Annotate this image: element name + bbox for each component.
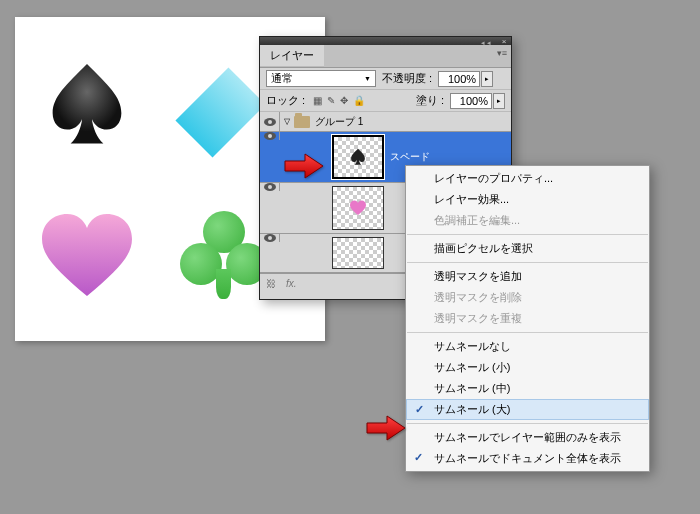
- visibility-eye-icon[interactable]: [264, 118, 276, 126]
- lock-label: ロック :: [266, 93, 305, 108]
- menu-add-mask[interactable]: 透明マスクを追加: [406, 266, 649, 287]
- menu-thumb-document[interactable]: ✓ サムネールでドキュメント全体を表示: [406, 448, 649, 469]
- lock-fill-row: ロック : ▦ ✎ ✥ 🔒 塗り : 100% ▸: [260, 90, 511, 112]
- fill-flyout-button[interactable]: ▸: [493, 93, 505, 109]
- fx-icon[interactable]: fx.: [286, 278, 297, 289]
- check-icon: ✓: [414, 451, 423, 464]
- panel-menu-icon[interactable]: ▾≡: [497, 48, 507, 58]
- blend-opacity-row: 通常 ▼ 不透明度 : 100% ▸: [260, 68, 511, 90]
- menu-separator: [407, 332, 648, 333]
- lock-paint-icon[interactable]: ✎: [327, 95, 335, 106]
- layer-thumbnail[interactable]: [332, 135, 384, 179]
- fill-input[interactable]: 100%: [450, 93, 492, 109]
- lock-position-icon[interactable]: ✥: [340, 95, 348, 106]
- close-icon[interactable]: ×: [499, 37, 509, 45]
- menu-duplicate-mask: 透明マスクを重複: [406, 308, 649, 329]
- layers-tab[interactable]: レイヤー: [260, 45, 324, 67]
- chevron-down-icon: ▼: [364, 75, 371, 82]
- folder-icon: [294, 116, 310, 128]
- layer-name: スペード: [390, 150, 430, 164]
- menu-thumb-large[interactable]: ✓ サムネール (大): [406, 399, 649, 420]
- menu-select-pixels[interactable]: 描画ピクセルを選択: [406, 238, 649, 259]
- opacity-input[interactable]: 100%: [438, 71, 480, 87]
- menu-thumb-small[interactable]: サムネール (小): [406, 357, 649, 378]
- group-name: グループ 1: [315, 115, 363, 129]
- context-menu: レイヤーのプロパティ... レイヤー効果... 色調補正を編集... 描画ピクセ…: [405, 165, 650, 472]
- heart-artwork: [27, 189, 147, 324]
- link-layers-icon[interactable]: ⛓: [266, 278, 276, 289]
- visibility-eye-icon[interactable]: [264, 183, 276, 191]
- opacity-flyout-button[interactable]: ▸: [481, 71, 493, 87]
- blend-mode-select[interactable]: 通常 ▼: [266, 70, 376, 87]
- layer-thumbnail[interactable]: [332, 186, 384, 230]
- layer-thumbnail[interactable]: [332, 237, 384, 269]
- menu-thumb-none[interactable]: サムネールなし: [406, 336, 649, 357]
- visibility-eye-icon[interactable]: [264, 132, 276, 140]
- menu-thumb-layer-bounds[interactable]: サムネールでレイヤー範囲のみを表示: [406, 427, 649, 448]
- menu-delete-mask: 透明マスクを削除: [406, 287, 649, 308]
- menu-thumb-medium[interactable]: サムネール (中): [406, 378, 649, 399]
- menu-separator: [407, 423, 648, 424]
- check-icon: ✓: [415, 403, 424, 416]
- blend-mode-value: 通常: [271, 71, 293, 86]
- annotation-arrow: [283, 152, 325, 182]
- opacity-label: 不透明度 :: [382, 71, 432, 86]
- annotation-arrow: [365, 414, 407, 444]
- spade-artwork: [27, 37, 147, 172]
- lock-all-icon[interactable]: 🔒: [353, 95, 365, 106]
- fill-label: 塗り :: [416, 93, 444, 108]
- group-disclosure-icon[interactable]: ▽: [284, 117, 290, 126]
- lock-transparency-icon[interactable]: ▦: [313, 95, 322, 106]
- menu-separator: [407, 262, 648, 263]
- layer-group-row[interactable]: ▽ グループ 1: [260, 112, 511, 132]
- menu-separator: [407, 234, 648, 235]
- panel-titlebar[interactable]: ◂◂ ×: [260, 37, 511, 45]
- menu-layer-effects[interactable]: レイヤー効果...: [406, 189, 649, 210]
- panel-tab-row: レイヤー ▾≡: [260, 45, 511, 68]
- visibility-eye-icon[interactable]: [264, 234, 276, 242]
- menu-layer-properties[interactable]: レイヤーのプロパティ...: [406, 168, 649, 189]
- menu-edit-adjustment: 色調補正を編集...: [406, 210, 649, 231]
